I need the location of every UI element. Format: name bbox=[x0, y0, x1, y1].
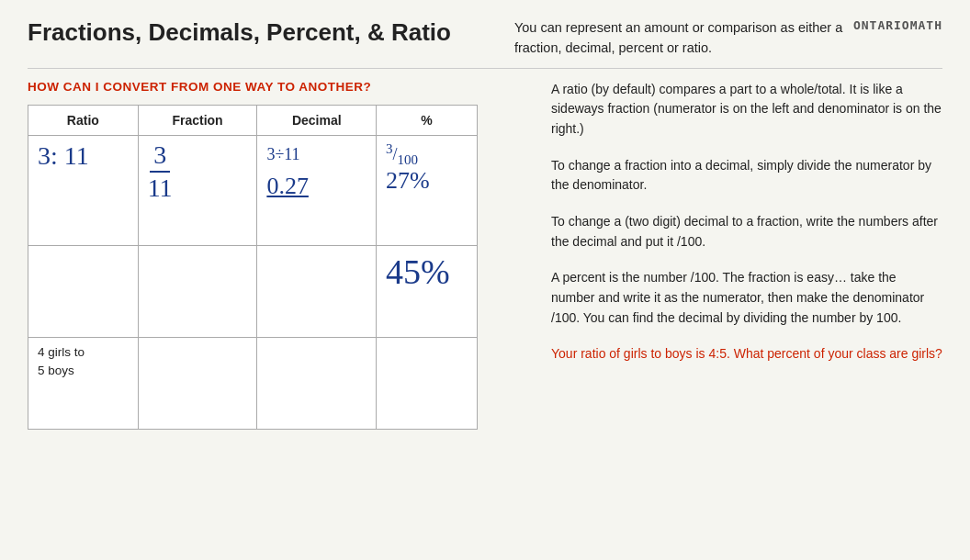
right-para-5: Your ratio of girls to boys is 4:5. What… bbox=[551, 344, 942, 364]
header-divider bbox=[28, 68, 942, 69]
right-para-1: A ratio (by default) compares a part to … bbox=[551, 80, 942, 140]
row1-fraction-value: 3 11 bbox=[148, 141, 173, 204]
row3-fraction-cell bbox=[138, 337, 257, 429]
row3-ratio-cell: 4 girls to5 boys bbox=[28, 337, 139, 429]
row1-decimal-value: 3÷11 0.27 bbox=[266, 141, 367, 206]
content-area: HOW CAN I CONVERT FROM ONE WAY TO ANOTHE… bbox=[28, 80, 942, 430]
right-para-3: To change a (two digit) decimal to a fra… bbox=[551, 212, 942, 252]
row3-percent-cell bbox=[377, 337, 478, 429]
row2-percent-cell: 45% bbox=[377, 245, 478, 337]
section-label: HOW CAN I CONVERT FROM ONE WAY TO ANOTHE… bbox=[28, 80, 514, 94]
header-description: You can represent an amount or compariso… bbox=[514, 18, 845, 59]
brand-logo: ONTARIOMATH bbox=[853, 18, 942, 32]
row2-decimal-cell bbox=[257, 245, 377, 337]
row1-fraction-numerator: 3 bbox=[150, 141, 170, 174]
table-row-1: 3: 11 3 11 3÷11 0.27 bbox=[28, 135, 478, 245]
row2-ratio-cell bbox=[28, 245, 139, 337]
row1-ratio-cell: 3: 11 bbox=[28, 135, 139, 245]
col-header-decimal: Decimal bbox=[257, 105, 377, 135]
page-title: Fractions, Decimals, Percent, & Ratio bbox=[28, 18, 451, 47]
row1-percent-fraction: 3/100 bbox=[386, 141, 468, 168]
row1-decimal-bottom: 0.27 bbox=[266, 167, 367, 206]
page-header: Fractions, Decimals, Percent, & Ratio Yo… bbox=[28, 18, 942, 59]
row1-percent-value: 3/100 27% bbox=[386, 141, 468, 196]
col-header-ratio: Ratio bbox=[28, 105, 139, 135]
conversion-table: Ratio Fraction Decimal % 3: 11 3 11 bbox=[28, 105, 478, 430]
table-row-2: 45% bbox=[28, 245, 478, 337]
row1-ratio-value: 3: 11 bbox=[38, 141, 89, 170]
right-para-4: A percent is the number /100. The fracti… bbox=[551, 268, 942, 328]
row1-percent-cell: 3/100 27% bbox=[377, 135, 478, 245]
row3-decimal-cell bbox=[257, 337, 377, 429]
row2-percent-value: 45% bbox=[386, 252, 450, 291]
row1-percent-num: 27% bbox=[386, 167, 468, 195]
row1-decimal-top: 3÷11 bbox=[266, 141, 367, 168]
row1-fraction-denominator: 11 bbox=[148, 173, 173, 203]
right-panel: A ratio (by default) compares a part to … bbox=[551, 80, 942, 430]
col-header-percent: % bbox=[377, 105, 478, 135]
col-header-fraction: Fraction bbox=[138, 105, 257, 135]
left-panel: HOW CAN I CONVERT FROM ONE WAY TO ANOTHE… bbox=[28, 80, 514, 430]
table-row-3: 4 girls to5 boys bbox=[28, 337, 478, 429]
row1-decimal-cell: 3÷11 0.27 bbox=[257, 135, 377, 245]
right-para-2: To change a fraction into a decimal, sim… bbox=[551, 156, 942, 196]
table-header-row: Ratio Fraction Decimal % bbox=[28, 105, 478, 135]
row3-ratio-value: 4 girls to5 boys bbox=[38, 345, 85, 377]
row1-fraction-cell: 3 11 bbox=[138, 135, 257, 245]
row2-fraction-cell bbox=[138, 245, 257, 337]
